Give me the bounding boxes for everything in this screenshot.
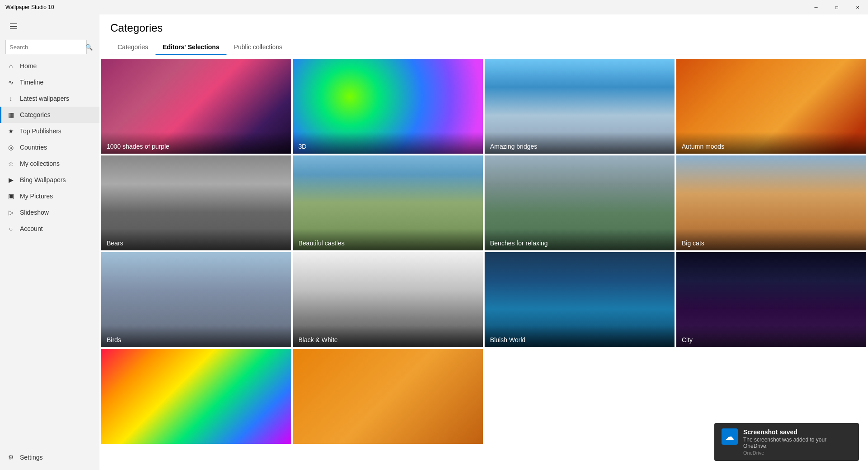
tab-editors-selections[interactable]: Editors' Selections <box>156 40 226 55</box>
sidebar-label-top-publishers: Top Publishers <box>20 127 61 135</box>
grid-item-purple[interactable]: 1000 shades of purple <box>101 59 291 154</box>
sidebar-label-bing-wallpapers: Bing Wallpapers <box>20 176 66 183</box>
categories-icon: ▦ <box>7 111 14 118</box>
grid-overlay-partial <box>293 349 483 444</box>
grid-label-castles: Beautiful castles <box>293 229 483 250</box>
app-body: 🔍 ⌂ Home ∿ Timeline ↓ Latest wallpapers … <box>0 14 868 470</box>
grid-item-birds[interactable]: Birds <box>101 252 291 347</box>
sidebar-label-my-pictures: My Pictures <box>20 193 53 200</box>
sidebar-header <box>0 14 99 38</box>
grid-label-big-cats: Big cats <box>676 229 866 250</box>
sidebar-item-slideshow[interactable]: ▷ Slideshow <box>0 204 99 221</box>
sidebar-item-latest[interactable]: ↓ Latest wallpapers <box>0 90 99 107</box>
sidebar-label-timeline: Timeline <box>20 79 43 86</box>
sidebar-label-categories: Categories <box>20 111 51 118</box>
grid-item-partial[interactable] <box>293 349 483 444</box>
my-collections-icon: ☆ <box>7 160 14 167</box>
minimize-button[interactable]: ─ <box>806 0 826 14</box>
sidebar-item-settings[interactable]: ⚙ Settings <box>0 449 99 465</box>
sidebar-label-home: Home <box>20 62 37 70</box>
sidebar-item-account[interactable]: ○ Account <box>0 221 99 237</box>
app-title: Wallpaper Studio 10 <box>5 4 54 10</box>
sidebar-item-bing-wallpapers[interactable]: ▶ Bing Wallpapers <box>0 172 99 188</box>
top-publishers-icon: ★ <box>7 127 14 135</box>
tabs: CategoriesEditors' SelectionsPublic coll… <box>110 40 857 55</box>
hamburger-button[interactable] <box>5 18 22 34</box>
settings-label: Settings <box>20 454 43 461</box>
grid-item-bridges[interactable]: Amazing bridges <box>485 59 675 154</box>
account-icon: ○ <box>7 225 14 232</box>
toast-content: Screenshot saved The screenshot was adde… <box>743 428 852 456</box>
sidebar-item-top-publishers[interactable]: ★ Top Publishers <box>0 123 99 139</box>
countries-icon: ◎ <box>7 144 14 151</box>
grid-container[interactable]: 1000 shades of purple 3D Amazing bridges… <box>99 55 868 470</box>
sidebar-item-my-pictures[interactable]: ▣ My Pictures <box>0 188 99 204</box>
search-box: 🔍 <box>5 40 87 54</box>
restore-button[interactable]: □ <box>826 0 847 14</box>
grid-label-birds: Birds <box>101 325 291 347</box>
grid-label-bw: Black & White <box>293 325 483 347</box>
sidebar-label-latest: Latest wallpapers <box>20 95 69 102</box>
onedrive-icon: ☁ <box>725 431 734 442</box>
home-icon: ⌂ <box>7 62 14 70</box>
titlebar: Wallpaper Studio 10 ─ □ ✕ <box>0 0 868 14</box>
toast-source: OneDrive <box>743 450 852 456</box>
tab-public-collections[interactable]: Public collections <box>226 40 289 55</box>
slideshow-icon: ▷ <box>7 209 14 216</box>
latest-icon: ↓ <box>7 95 14 102</box>
toast-message: The screenshot was added to your OneDriv… <box>743 437 852 449</box>
grid-item-autumn[interactable]: Autumn moods <box>676 59 866 154</box>
grid-item-bw[interactable]: Black & White <box>293 252 483 347</box>
sidebar-item-categories[interactable]: ▦ Categories <box>0 107 99 123</box>
settings-icon: ⚙ <box>7 454 14 461</box>
toast-notification: ☁ Screenshot saved The screenshot was ad… <box>714 423 859 461</box>
sidebar-label-slideshow: Slideshow <box>20 209 49 216</box>
grid-label-bluish: Bluish World <box>485 325 675 347</box>
grid-item-bears[interactable]: Bears <box>101 155 291 250</box>
sidebar-item-timeline[interactable]: ∿ Timeline <box>0 74 99 90</box>
sidebar-label-my-collections: My collections <box>20 160 60 167</box>
grid-label-bridges: Amazing bridges <box>485 132 675 154</box>
page-title: Categories <box>110 22 857 34</box>
grid: 1000 shades of purple 3D Amazing bridges… <box>99 57 868 446</box>
grid-label-bears: Bears <box>101 229 291 250</box>
grid-label-purple: 1000 shades of purple <box>101 132 291 154</box>
grid-overlay-colorful <box>101 349 291 444</box>
tab-categories[interactable]: Categories <box>110 40 156 55</box>
nav-items: ⌂ Home ∿ Timeline ↓ Latest wallpapers ▦ … <box>0 58 99 237</box>
page-header: Categories CategoriesEditors' Selections… <box>99 14 868 55</box>
grid-item-castles[interactable]: Beautiful castles <box>293 155 483 250</box>
sidebar: 🔍 ⌂ Home ∿ Timeline ↓ Latest wallpapers … <box>0 14 99 470</box>
search-button[interactable]: 🔍 <box>85 44 93 51</box>
sidebar-item-home[interactable]: ⌂ Home <box>0 58 99 74</box>
sidebar-item-my-collections[interactable]: ☆ My collections <box>0 155 99 172</box>
sidebar-label-account: Account <box>20 225 43 232</box>
toast-icon: ☁ <box>722 428 738 445</box>
grid-label-3d: 3D <box>293 132 483 154</box>
grid-label-autumn: Autumn moods <box>676 132 866 154</box>
search-input[interactable] <box>9 44 85 51</box>
bing-wallpapers-icon: ▶ <box>7 176 14 183</box>
sidebar-label-countries: Countries <box>20 144 47 151</box>
close-button[interactable]: ✕ <box>847 0 868 14</box>
toast-title: Screenshot saved <box>743 428 852 436</box>
window-controls: ─ □ ✕ <box>806 0 868 14</box>
my-pictures-icon: ▣ <box>7 193 14 200</box>
grid-item-bluish[interactable]: Bluish World <box>485 252 675 347</box>
sidebar-item-countries[interactable]: ◎ Countries <box>0 139 99 155</box>
grid-item-benches[interactable]: Benches for relaxing <box>485 155 675 250</box>
grid-item-colorful[interactable] <box>101 349 291 444</box>
grid-item-city[interactable]: City <box>676 252 866 347</box>
main-content: Categories CategoriesEditors' Selections… <box>99 14 868 470</box>
grid-label-benches: Benches for relaxing <box>485 229 675 250</box>
grid-item-big-cats[interactable]: Big cats <box>676 155 866 250</box>
grid-label-city: City <box>676 325 866 347</box>
timeline-icon: ∿ <box>7 79 14 86</box>
grid-item-3d[interactable]: 3D <box>293 59 483 154</box>
